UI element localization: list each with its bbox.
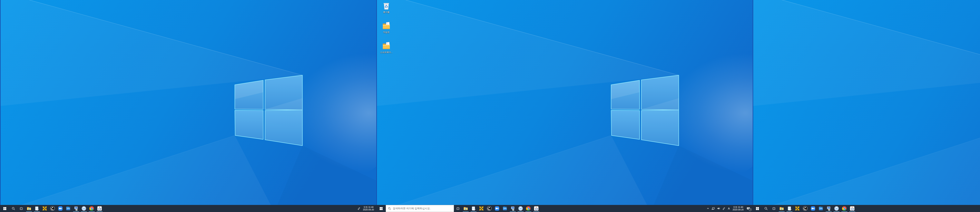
wallpaper-edge-strip [752,0,753,205]
desktop-icon-folder-software[interactable]: 소프트웨어... [379,42,394,54]
svg-text:W: W [836,207,837,210]
taskbar-app-file-explorer[interactable] [462,205,469,212]
desktop-icon-folder-working[interactable]: 작업중 [379,22,394,34]
file-explorer-icon [27,206,31,211]
taskbar-clock[interactable]: 오전 11:40 2020-09-20 [731,206,745,211]
folder-icon [382,22,391,30]
taskbar-app-obs-studio[interactable] [801,205,809,212]
clock-date: 2020-09-20 [733,209,744,211]
taskbar-app-whiteboard[interactable] [501,205,509,212]
start-button[interactable] [376,205,386,212]
taskbar-app-java-app[interactable] [95,205,103,212]
network-status-icon[interactable] [711,205,716,212]
svg-text:W: W [520,207,522,210]
taskbar-app-yellow-arrows-app[interactable] [41,205,49,212]
taskbar-app-obs-studio[interactable] [49,205,56,212]
obs-studio-icon [803,206,808,211]
notepad-icon [787,206,792,211]
file-explorer-icon [463,206,468,211]
monitor-left: W 오전 11:40 2020-09-20 [0,0,376,212]
desktop-icon-recycle-bin[interactable]: 휴지통 [379,2,394,14]
search-icon [388,207,391,210]
desktop-wallpaper [752,0,980,212]
folder-icon [382,42,391,50]
task-view-button[interactable] [454,205,462,212]
tray-expand-chevron[interactable] [705,205,711,212]
whiteboard-icon [503,206,507,211]
taskbar-app-whiteboard[interactable] [64,205,72,212]
task-view-button[interactable] [17,205,25,212]
monitor-right: W 오전 11:40 2020-09-20 [752,0,980,212]
taskbar-app-w-circle-app[interactable]: W [80,205,88,212]
zoom-icon [811,206,815,211]
remote-support-icon [826,206,831,211]
file-explorer-icon [779,206,784,211]
task-view-button[interactable] [770,205,778,212]
taskbar-app-remote-support-app[interactable] [825,205,833,212]
search-button[interactable] [10,205,17,212]
desktop-icon-label: 소프트웨어... [380,51,393,54]
taskbar-app-notepad[interactable] [33,205,41,212]
taskbar-app-java-app[interactable] [848,205,856,212]
whiteboard-icon [66,206,70,211]
search-placeholder: 검색하려면 여기에 입력하십시오. [393,207,431,210]
ime-mode-indicator[interactable]: A [727,205,731,212]
clock-time: 오전 11:40 [733,206,744,209]
notepad-icon [35,206,39,211]
task-view-icon [20,207,23,210]
desktop-wallpaper [0,0,376,212]
taskbar-clock[interactable]: 오전 11:40 2020-09-20 [362,206,375,211]
task-view-icon [772,207,776,210]
notification-count-badge: 3 [749,208,752,211]
action-center-button[interactable]: 3 [745,205,752,212]
whiteboard-icon [818,206,823,211]
w-circle-icon: W [834,206,839,211]
windows-ink-pen-icon[interactable] [356,205,362,212]
search-icon [764,207,768,210]
taskbar-search-input[interactable]: 검색하려면 여기에 입력하십시오. [386,205,454,212]
taskbar-app-zoom[interactable] [809,205,817,212]
zoom-icon [495,206,500,211]
desktop-icon-label: 휴지통 [383,11,390,14]
w-circle-icon: W [518,206,523,211]
taskbar-app-remote-support-app[interactable] [509,205,517,212]
remote-support-icon [74,206,78,211]
taskbar-app-zoom[interactable] [56,205,64,212]
java-icon [850,206,854,211]
notepad-icon [471,206,476,211]
taskbar-app-yellow-arrows-app[interactable] [477,205,485,212]
taskbar-app-chrome[interactable] [88,205,95,212]
search-icon [12,207,15,210]
chrome-icon [842,206,847,211]
taskbar-center-monitor: 검색하려면 여기에 입력하십시오. [376,205,752,212]
windows-logo-icon [3,207,6,210]
taskbar-app-w-circle-app[interactable]: W [517,205,525,212]
taskbar-app-zoom[interactable] [493,205,501,212]
taskbar-app-chrome[interactable] [840,205,848,212]
chrome-icon [526,206,531,211]
taskbar-app-notepad[interactable] [786,205,794,212]
recycle-bin-icon [382,2,391,10]
taskbar-app-yellow-arrows-app[interactable] [794,205,801,212]
desktop-wallpaper [376,0,752,212]
taskbar-app-remote-support-app[interactable] [72,205,80,212]
windows-logo-icon [756,207,759,210]
svg-text:W: W [83,207,85,210]
volume-icon[interactable] [716,205,721,212]
windows-ink-pen-icon[interactable] [721,205,727,212]
taskbar-app-file-explorer[interactable] [778,205,786,212]
taskbar-app-notepad[interactable] [469,205,477,212]
clock-time: 오전 11:40 [363,206,374,209]
taskbar-app-w-circle-app[interactable]: W [833,205,840,212]
search-button[interactable] [762,205,770,212]
start-button[interactable] [752,205,762,212]
taskbar-app-chrome[interactable] [525,205,532,212]
obs-studio-icon [487,206,492,211]
clock-date: 2020-09-20 [363,209,374,211]
taskbar-app-file-explorer[interactable] [25,205,33,212]
taskbar-app-java-app[interactable] [532,205,540,212]
taskbar-app-obs-studio[interactable] [485,205,493,212]
obs-studio-icon [50,206,55,211]
taskbar-app-whiteboard[interactable] [817,205,825,212]
start-button[interactable] [0,205,10,212]
